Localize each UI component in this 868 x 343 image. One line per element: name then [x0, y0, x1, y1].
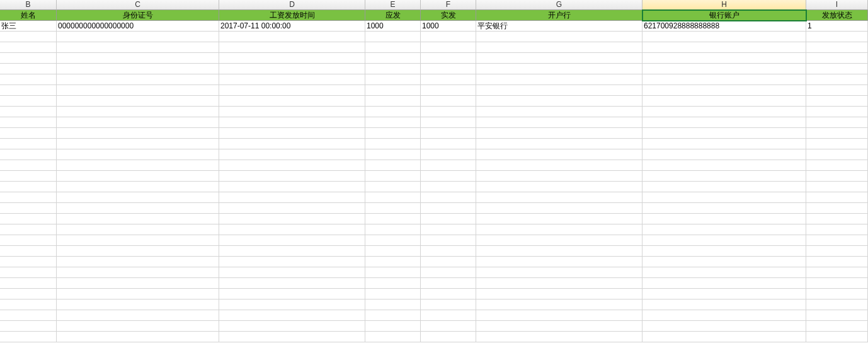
header-cell-I[interactable]: 发放状态 [806, 10, 868, 21]
cell-I[interactable] [806, 32, 868, 42]
cell-I[interactable] [806, 203, 868, 214]
cell-I[interactable] [806, 267, 868, 278]
cell-I[interactable] [806, 42, 868, 53]
cell-H[interactable] [642, 149, 806, 160]
cell-G[interactable] [476, 267, 642, 278]
cell-I[interactable] [806, 64, 868, 74]
cell-I[interactable] [806, 149, 868, 160]
cell-H[interactable] [642, 160, 806, 171]
cell-C[interactable] [57, 235, 219, 246]
cell-B[interactable] [0, 32, 57, 42]
column-letter-G[interactable]: G [476, 0, 642, 10]
cell-G[interactable] [476, 117, 642, 128]
cell-E[interactable] [365, 171, 421, 182]
cell-G[interactable]: 平安银行 [476, 21, 642, 32]
cell-F[interactable]: 1000 [421, 21, 476, 32]
cell-H[interactable] [642, 257, 806, 267]
cell-B[interactable] [0, 332, 57, 342]
cell-I[interactable] [806, 278, 868, 289]
cell-D[interactable] [219, 299, 365, 310]
cell-G[interactable] [476, 321, 642, 332]
cell-E[interactable] [365, 267, 421, 278]
cell-C[interactable] [57, 321, 219, 332]
cell-E[interactable] [365, 224, 421, 235]
column-letter-I[interactable]: I [806, 0, 868, 10]
cell-B[interactable] [0, 246, 57, 257]
cell-H[interactable] [642, 96, 806, 107]
cell-C[interactable] [57, 299, 219, 310]
cell-F[interactable] [421, 246, 476, 257]
cell-C[interactable] [57, 182, 219, 192]
cell-D[interactable] [219, 310, 365, 321]
cell-E[interactable] [365, 128, 421, 139]
cell-B[interactable] [0, 64, 57, 74]
cell-F[interactable] [421, 64, 476, 74]
cell-E[interactable] [365, 278, 421, 289]
cell-C[interactable] [57, 192, 219, 203]
cell-D[interactable] [219, 267, 365, 278]
cell-B[interactable] [0, 53, 57, 64]
cell-H[interactable] [642, 85, 806, 96]
column-letter-B[interactable]: B [0, 0, 57, 10]
cell-G[interactable] [476, 160, 642, 171]
cell-D[interactable] [219, 246, 365, 257]
cell-F[interactable] [421, 214, 476, 224]
cell-F[interactable] [421, 171, 476, 182]
column-letter-H[interactable]: H [642, 0, 806, 10]
cell-H[interactable] [642, 128, 806, 139]
cell-E[interactable]: 1000 [365, 21, 421, 32]
cell-H[interactable] [642, 42, 806, 53]
cell-D[interactable] [219, 214, 365, 224]
cell-G[interactable] [476, 332, 642, 342]
cell-E[interactable] [365, 203, 421, 214]
cell-I[interactable] [806, 299, 868, 310]
cell-I[interactable] [806, 139, 868, 149]
cell-C[interactable] [57, 149, 219, 160]
cell-F[interactable] [421, 192, 476, 203]
cell-B[interactable] [0, 96, 57, 107]
cell-C[interactable] [57, 214, 219, 224]
cell-G[interactable] [476, 96, 642, 107]
cell-D[interactable] [219, 289, 365, 299]
header-cell-C[interactable]: 身份证号 [57, 10, 219, 21]
cell-B[interactable] [0, 192, 57, 203]
cell-H[interactable] [642, 214, 806, 224]
cell-E[interactable] [365, 160, 421, 171]
cell-E[interactable] [365, 149, 421, 160]
cell-E[interactable] [365, 192, 421, 203]
cell-C[interactable] [57, 53, 219, 64]
cell-C[interactable] [57, 117, 219, 128]
cell-B[interactable] [0, 117, 57, 128]
cell-H[interactable] [642, 224, 806, 235]
cell-E[interactable] [365, 85, 421, 96]
cell-D[interactable] [219, 107, 365, 117]
cell-E[interactable] [365, 289, 421, 299]
cell-I[interactable] [806, 214, 868, 224]
cell-F[interactable] [421, 96, 476, 107]
cell-F[interactable] [421, 117, 476, 128]
column-letter-D[interactable]: D [219, 0, 365, 10]
cell-C[interactable] [57, 96, 219, 107]
cell-F[interactable] [421, 278, 476, 289]
cell-I[interactable] [806, 224, 868, 235]
cell-G[interactable] [476, 149, 642, 160]
header-cell-F[interactable]: 实发 [421, 10, 476, 21]
cell-E[interactable] [365, 182, 421, 192]
cell-D[interactable] [219, 321, 365, 332]
column-letter-E[interactable]: E [365, 0, 421, 10]
header-cell-B[interactable]: 姓名 [0, 10, 57, 21]
cell-E[interactable] [365, 96, 421, 107]
cell-F[interactable] [421, 107, 476, 117]
cell-H[interactable] [642, 310, 806, 321]
cell-B[interactable] [0, 171, 57, 182]
cell-B[interactable] [0, 42, 57, 53]
cell-D[interactable] [219, 85, 365, 96]
cell-D[interactable] [219, 224, 365, 235]
cell-C[interactable] [57, 203, 219, 214]
cell-D[interactable] [219, 139, 365, 149]
cell-D[interactable] [219, 257, 365, 267]
cell-I[interactable] [806, 289, 868, 299]
cell-B[interactable] [0, 160, 57, 171]
cell-I[interactable] [806, 160, 868, 171]
cell-G[interactable] [476, 128, 642, 139]
